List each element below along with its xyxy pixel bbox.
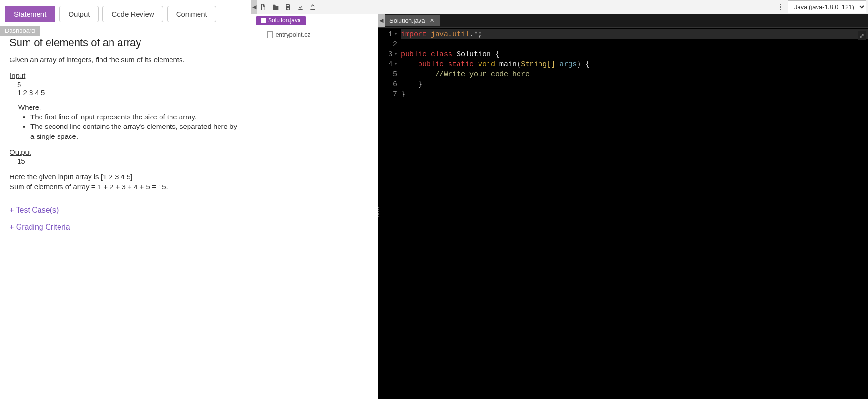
where-bullet-2: The second line contains the array's ele… (30, 122, 241, 141)
code-line[interactable]: import java.util.*; (401, 29, 868, 39)
dashboard-badge[interactable]: Dashboard (0, 26, 40, 36)
line-number: 2 (393, 39, 397, 49)
editor-tab-label: Solution.java (389, 17, 425, 24)
download-icon[interactable] (294, 0, 307, 14)
tab-comment[interactable]: Comment (167, 6, 216, 22)
collapse-file-tree-icon[interactable]: ◀ (378, 14, 385, 27)
save-icon[interactable] (282, 0, 294, 14)
left-panel: Statement Output Code Review Comment Das… (0, 0, 251, 399)
where-label: Where, (18, 103, 241, 111)
language-selector[interactable]: Java (java-1.8.0_121) (788, 0, 866, 13)
kebab-menu-icon[interactable] (777, 1, 784, 13)
ide-body: Solution.java entrypoint.cz ◀ Solution.j… (251, 14, 868, 399)
explanation: Here the given input array is [1 2 3 4 5… (10, 172, 241, 192)
code-line[interactable]: public class Solution { (401, 49, 868, 59)
collapse-left-icon[interactable]: ◀ (251, 0, 257, 14)
code-line[interactable]: public static void main(String[] args) { (401, 59, 868, 69)
toolbar-icons: ◀ (251, 0, 319, 14)
new-file-icon[interactable] (257, 0, 269, 14)
problem-title: Sum of elements of an array (10, 37, 241, 49)
file-tree-active-tab[interactable]: Solution.java (256, 16, 306, 25)
file-tree-item-label: entrypoint.cz (276, 31, 311, 38)
code-editor: ◀ Solution.java ✕ ⤢ 1▾ 2 3▾ 4▾ 5 6 7 (378, 14, 868, 399)
open-folder-icon[interactable] (269, 0, 282, 14)
left-drag-handle[interactable] (247, 190, 251, 209)
top-toolbar: ◀ Java (java-1.8.0_121) (251, 0, 868, 14)
output-value: 15 (17, 157, 241, 165)
tab-statement[interactable]: Statement (5, 6, 55, 22)
file-tree: Solution.java entrypoint.cz (251, 14, 378, 399)
mid-drag-handle[interactable] (376, 203, 380, 222)
toolbar-right: Java (java-1.8.0_121) (777, 0, 866, 13)
close-tab-icon[interactable]: ✕ (429, 18, 435, 24)
input-label: Input (10, 71, 241, 79)
left-tabs: Statement Output Code Review Comment (0, 0, 251, 27)
problem-content: Sum of elements of an array Given an arr… (0, 27, 251, 240)
editor-tab-bar: ◀ Solution.java ✕ (378, 14, 868, 28)
grading-criteria-expander[interactable]: + Grading Criteria (10, 223, 241, 232)
line-number: 7 (393, 89, 397, 99)
code-line[interactable]: } (401, 89, 868, 99)
line-number: 3 (389, 49, 393, 59)
line-number: 4 (389, 59, 393, 69)
code-line[interactable]: } (401, 79, 868, 89)
explanation-line-2: Sum of elements of array = 1 + 2 + 3 + 4… (10, 182, 241, 192)
upload-icon[interactable] (307, 0, 319, 14)
code-line[interactable]: //Write your code here (401, 69, 868, 79)
file-icon (267, 31, 273, 38)
where-block: Where, The first line of input represent… (10, 103, 241, 141)
code-line[interactable] (401, 39, 868, 49)
tab-output[interactable]: Output (59, 6, 99, 22)
editor-tab[interactable]: Solution.java ✕ (385, 15, 440, 26)
file-icon (261, 18, 266, 23)
editor-surface[interactable]: 1▾ 2 3▾ 4▾ 5 6 7 import java.util.*; pub… (378, 28, 868, 399)
ide-area: ◀ Java (java-1.8.0_121) (251, 0, 868, 399)
fold-icon[interactable]: ▾ (395, 29, 397, 39)
line-number: 6 (393, 79, 397, 89)
problem-description: Given an array of integers, find the sum… (10, 56, 241, 64)
where-bullet-1: The first line of input represents the s… (30, 112, 241, 122)
explanation-line-1: Here the given input array is [1 2 3 4 5… (10, 172, 241, 182)
input-block: 5 1 2 3 4 5 (10, 80, 241, 97)
tab-code-review[interactable]: Code Review (102, 6, 163, 22)
fold-icon[interactable]: ▾ (395, 49, 397, 59)
editor-gutter: 1▾ 2 3▾ 4▾ 5 6 7 (378, 28, 401, 399)
fold-icon[interactable]: ▾ (395, 59, 397, 69)
expand-editor-icon[interactable]: ⤢ (858, 31, 866, 40)
output-label: Output (10, 148, 241, 156)
line-number: 1 (389, 29, 393, 39)
input-line-2: 1 2 3 4 5 (17, 88, 241, 97)
file-tree-item[interactable]: entrypoint.cz (259, 29, 378, 39)
line-number: 5 (393, 69, 397, 79)
code-lines[interactable]: import java.util.*; public class Solutio… (401, 28, 868, 399)
output-block: 15 (10, 157, 241, 165)
test-cases-expander[interactable]: + Test Case(s) (10, 206, 241, 214)
file-tree-active-tab-label: Solution.java (268, 17, 301, 24)
input-line-1: 5 (17, 80, 241, 88)
